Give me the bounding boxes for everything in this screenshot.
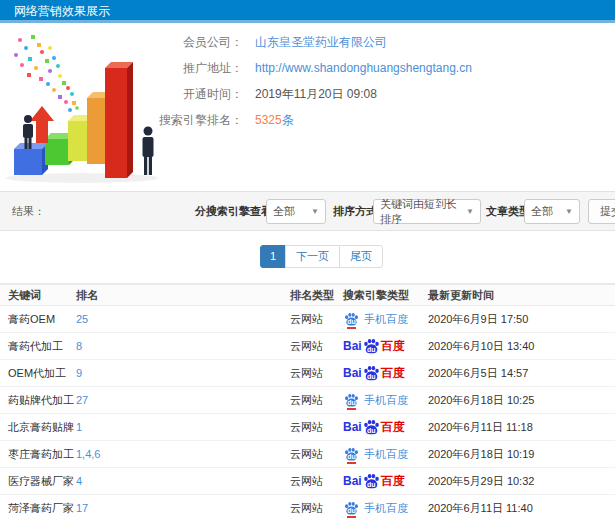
title-bar: 网络营销效果展示 xyxy=(0,0,615,23)
confetti-dots xyxy=(14,35,79,120)
sort-select[interactable]: 关键词由短到长排序 ▼ xyxy=(373,199,481,224)
engine-cell: Bai du 百度 xyxy=(343,365,428,382)
table-header-row: 关键词 排名 排名类型 搜索引擎类型 最新更新时间 xyxy=(0,283,615,306)
article-type-select[interactable]: 全部 ▼ xyxy=(524,199,580,224)
updated-cell: 2020年6月11日 11:40 xyxy=(428,501,615,516)
company-info: 会员公司： 山东皇圣堂药业有限公司 推广地址： http://www.shand… xyxy=(118,34,472,138)
engine-filter-label: 分搜索引擎查看 xyxy=(195,192,272,230)
company-label: 会员公司： xyxy=(118,34,243,51)
last-page-button[interactable]: 尾页 xyxy=(339,245,383,268)
header-rank-type: 排名类型 xyxy=(290,288,343,303)
mobile-baidu-paw-icon: du xyxy=(344,312,359,326)
engine-cell: du 手机百度 xyxy=(343,447,428,462)
engine-cell: du 手机百度 xyxy=(343,312,428,327)
table-row: OEM代加工 9 云网站 Bai du 百度 2020年6月5日 14:57 xyxy=(0,360,615,387)
rank-type-cell: 云网站 xyxy=(290,501,343,516)
rank-link[interactable]: 1 xyxy=(76,421,290,433)
baidu-paw-icon: du xyxy=(363,365,380,381)
baidu-logo-name: 百度 xyxy=(381,473,405,490)
keyword-cell: 膏药OEM xyxy=(8,312,76,327)
engine-cell: du 手机百度 xyxy=(343,501,428,516)
ranking-count-row: 搜索引擎排名： 5325条 xyxy=(118,112,472,128)
keyword-cell: 医疗器械厂家 xyxy=(8,474,76,489)
table-row: 北京膏药贴牌 1 云网站 Bai du 百度 2020年6月11日 11:18 xyxy=(0,414,615,441)
rank-type-cell: 云网站 xyxy=(290,474,343,489)
updated-cell: 2020年6月5日 14:57 xyxy=(428,366,615,381)
table-row: 医疗器械厂家 4 云网站 Bai du 百度 2020年5月29日 10:32 xyxy=(0,468,615,495)
open-time-label: 开通时间： xyxy=(118,86,243,103)
ranking-count-value[interactable]: 5325条 xyxy=(255,112,294,129)
mobile-baidu-paw-icon: du xyxy=(344,393,359,407)
updated-cell: 2020年6月9日 17:50 xyxy=(428,312,615,327)
rank-type-cell: 云网站 xyxy=(290,312,343,327)
baidu-logo-name: 百度 xyxy=(381,419,405,436)
baidu-paw-icon: du xyxy=(363,419,380,435)
mobile-baidu-paw-icon: du xyxy=(344,501,359,515)
updated-cell: 2020年6月11日 11:18 xyxy=(428,420,615,435)
baidu-logo-name: 百度 xyxy=(381,338,405,355)
rank-link[interactable]: 17 xyxy=(76,502,290,514)
header-updated: 最新更新时间 xyxy=(428,288,615,303)
result-label: 结果： xyxy=(12,192,45,230)
rank-type-cell: 云网站 xyxy=(290,447,343,462)
mobile-baidu-label: 手机百度 xyxy=(364,501,408,516)
baidu-logo-text: Bai xyxy=(343,366,362,380)
rank-link[interactable]: 1,4,6 xyxy=(76,448,290,460)
engine-filter-selected-value: 全部 xyxy=(273,204,295,219)
table-row: 药贴牌代加工 27 云网站 du 手机百度 2020年6月18日 10:25 xyxy=(0,387,615,414)
open-time-row: 开通时间： 2019年11月20日 09:08 xyxy=(118,86,472,102)
company-row: 会员公司： 山东皇圣堂药业有限公司 xyxy=(118,34,472,50)
header-keyword: 关键词 xyxy=(8,288,76,303)
updated-cell: 2020年6月18日 10:25 xyxy=(428,393,615,408)
keyword-cell: 膏药代加工 xyxy=(8,339,76,354)
open-time-value: 2019年11月20日 09:08 xyxy=(255,86,377,103)
promo-url-row: 推广地址： http://www.shandonghuangshengtang.… xyxy=(118,60,472,76)
keyword-cell: 北京膏药贴牌 xyxy=(8,420,76,435)
updated-cell: 2020年6月10日 13:40 xyxy=(428,339,615,354)
table-row: 膏药代加工 8 云网站 Bai du 百度 2020年6月10日 13:40 xyxy=(0,333,615,360)
rank-type-cell: 云网站 xyxy=(290,366,343,381)
rank-type-cell: 云网站 xyxy=(290,420,343,435)
pagination: 1 下一页 尾页 xyxy=(260,245,383,268)
chevron-down-icon: ▼ xyxy=(311,207,319,216)
mobile-baidu-paw-icon: du xyxy=(344,447,359,461)
next-page-button[interactable]: 下一页 xyxy=(285,245,340,268)
engine-cell: Bai du 百度 xyxy=(343,419,428,436)
baidu-logo-text: Bai xyxy=(343,420,362,434)
keyword-cell: OEM代加工 xyxy=(8,366,76,381)
keyword-cell: 药贴牌代加工 xyxy=(8,393,76,408)
rank-link[interactable]: 27 xyxy=(76,394,290,406)
company-link[interactable]: 山东皇圣堂药业有限公司 xyxy=(255,34,387,51)
chevron-down-icon: ▼ xyxy=(565,207,573,216)
table-row: 枣庄膏药加工 1,4,6 云网站 du 手机百度 2020年6月18日 10:1… xyxy=(0,441,615,468)
baidu-logo-text: Bai xyxy=(343,339,362,353)
engine-cell: du 手机百度 xyxy=(343,393,428,408)
rank-link[interactable]: 8 xyxy=(76,340,290,352)
submit-button[interactable]: 提交 xyxy=(588,199,615,224)
sort-label: 排序方式 xyxy=(333,192,377,230)
rank-type-cell: 云网站 xyxy=(290,393,343,408)
marketing-report-window: 网络营销效果展示 xyxy=(0,0,615,520)
engine-cell: Bai du 百度 xyxy=(343,338,428,355)
filter-bar: 结果： 分搜索引擎查看 全部 ▼ 排序方式 关键词由短到长排序 ▼ 文章类型 全… xyxy=(0,191,615,231)
mobile-baidu-label: 手机百度 xyxy=(364,312,408,327)
sort-selected-value: 关键词由短到长排序 xyxy=(380,197,462,227)
ranking-count-number: 5325 xyxy=(255,113,282,127)
updated-cell: 2020年5月29日 10:32 xyxy=(428,474,615,489)
keyword-cell: 枣庄膏药加工 xyxy=(8,447,76,462)
baidu-paw-icon: du xyxy=(363,338,380,354)
engine-filter-select[interactable]: 全部 ▼ xyxy=(266,199,326,224)
updated-cell: 2020年6月18日 10:19 xyxy=(428,447,615,462)
ranking-count-label: 搜索引擎排名： xyxy=(118,112,243,129)
promo-url-link[interactable]: http://www.shandonghuangshengtang.cn xyxy=(255,61,472,75)
rank-link[interactable]: 25 xyxy=(76,313,290,325)
chevron-down-icon: ▼ xyxy=(466,207,474,216)
header-engine-type: 搜索引擎类型 xyxy=(343,288,428,303)
rank-link[interactable]: 9 xyxy=(76,367,290,379)
baidu-logo-text: Bai xyxy=(343,474,362,488)
info-section: 会员公司： 山东皇圣堂药业有限公司 推广地址： http://www.shand… xyxy=(0,26,615,189)
page-title: 网络营销效果展示 xyxy=(14,4,110,18)
page-1-button[interactable]: 1 xyxy=(260,245,286,268)
baidu-paw-icon: du xyxy=(363,473,380,489)
rank-link[interactable]: 4 xyxy=(76,475,290,487)
